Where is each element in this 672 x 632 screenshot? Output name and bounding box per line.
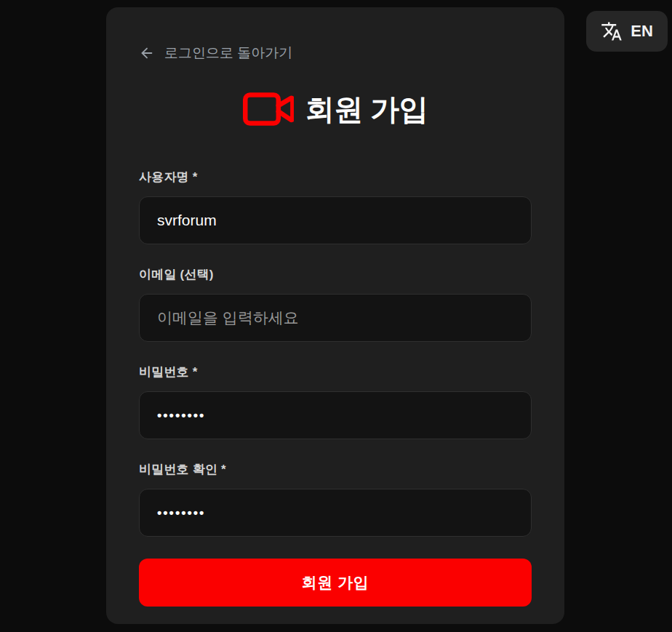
translate-icon <box>601 20 623 42</box>
email-field-group: 이메일 (선택) <box>139 266 532 342</box>
language-label: EN <box>631 22 653 41</box>
password-label: 비밀번호 * <box>139 364 532 380</box>
title-row: 회원 가입 <box>139 90 532 128</box>
username-input[interactable] <box>139 196 532 244</box>
signup-card: 로그인으로 돌아가기 회원 가입 사용자명 * 이메일 (선택) 비밀번호 <box>106 7 564 624</box>
back-to-login-link[interactable]: 로그인으로 돌아가기 <box>139 44 292 63</box>
password-confirm-label: 비밀번호 확인 * <box>139 461 532 478</box>
language-switcher-button[interactable]: EN <box>586 11 668 52</box>
password-confirm-input[interactable] <box>139 489 532 537</box>
email-label: 이메일 (선택) <box>139 266 532 283</box>
signup-form: 사용자명 * 이메일 (선택) 비밀번호 * 비밀번호 확인 * 회원 가입 <box>139 169 532 607</box>
signup-page: 로그인으로 돌아가기 회원 가입 사용자명 * 이메일 (선택) 비밀번호 <box>0 0 672 632</box>
signup-submit-button[interactable]: 회원 가입 <box>139 559 532 607</box>
page-title: 회원 가입 <box>305 89 428 129</box>
username-label: 사용자명 * <box>139 169 532 185</box>
back-link-label: 로그인으로 돌아가기 <box>164 44 292 63</box>
arrow-left-icon <box>139 45 155 61</box>
password-confirm-field-group: 비밀번호 확인 * <box>139 461 532 537</box>
video-camera-icon <box>243 92 294 126</box>
password-input[interactable] <box>139 391 532 439</box>
email-input[interactable] <box>139 294 532 342</box>
username-field-group: 사용자명 * <box>139 169 532 244</box>
password-field-group: 비밀번호 * <box>139 364 532 439</box>
